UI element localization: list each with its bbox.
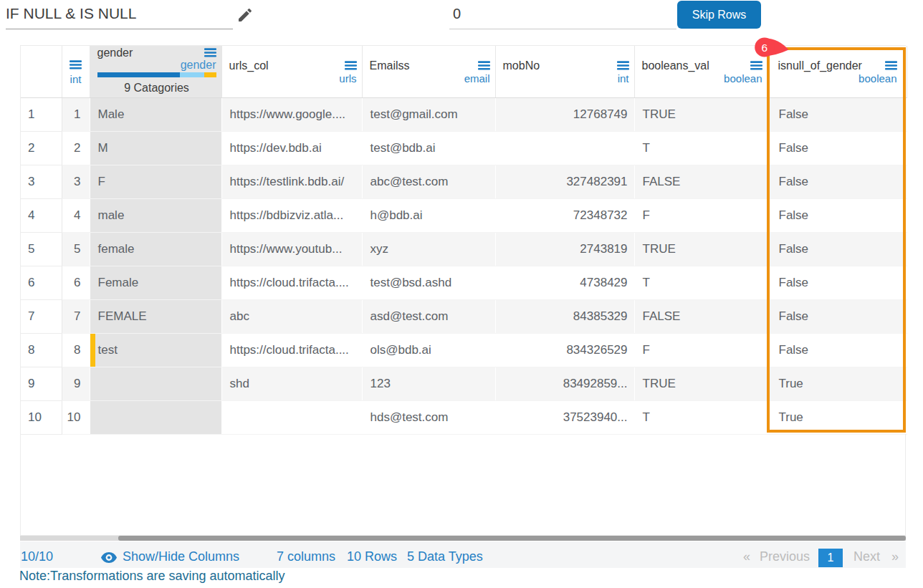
svg-text:6: 6	[761, 42, 767, 54]
